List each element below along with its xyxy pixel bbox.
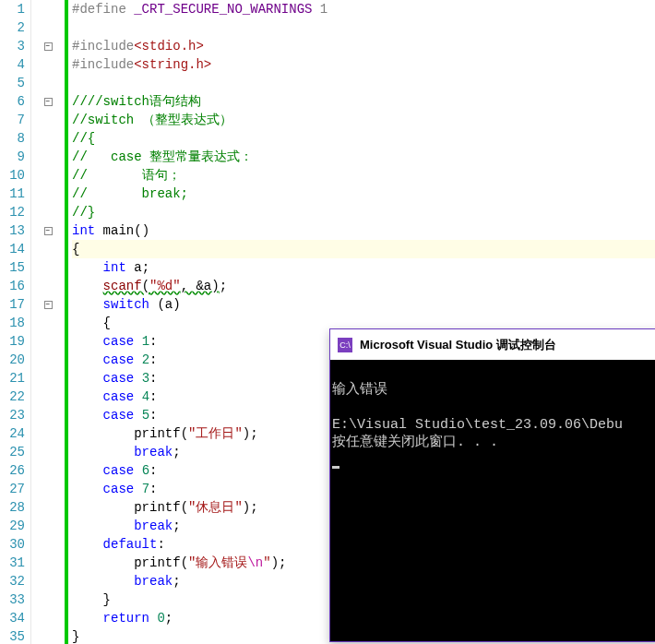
code-line[interactable]: {	[72, 240, 655, 258]
line-number: 27	[0, 480, 25, 498]
gutter-row	[31, 166, 65, 185]
gutter-row	[31, 111, 65, 129]
code-line[interactable]: // break;	[72, 185, 655, 203]
gutter-row: −	[31, 92, 65, 111]
code-line[interactable]: #include<string.h>	[72, 55, 655, 74]
gutter-row	[31, 351, 65, 369]
code-line[interactable]	[72, 18, 655, 37]
line-number: 17	[0, 295, 25, 314]
code-line[interactable]: // 语句；	[72, 166, 655, 185]
line-number: 12	[0, 203, 25, 221]
line-number: 8	[0, 129, 25, 148]
line-number: 13	[0, 221, 25, 240]
gutter-row	[31, 517, 65, 535]
gutter-row	[31, 554, 65, 572]
line-number: 20	[0, 351, 25, 369]
fold-toggle-icon[interactable]: −	[44, 42, 53, 51]
line-number: 31	[0, 554, 25, 572]
line-number: 2	[0, 18, 25, 37]
gutter-row	[31, 480, 65, 498]
gutter-row	[31, 185, 65, 203]
code-line[interactable]: int a;	[72, 258, 655, 277]
line-number: 26	[0, 461, 25, 480]
code-line[interactable]: //}	[72, 203, 655, 221]
line-number: 23	[0, 406, 25, 424]
code-line[interactable]: //switch （整型表达式）	[72, 111, 655, 129]
gutter-row	[31, 129, 65, 148]
line-number: 18	[0, 314, 25, 332]
line-number: 7	[0, 111, 25, 129]
line-number: 25	[0, 443, 25, 461]
gutter-row: −	[31, 221, 65, 240]
line-number: 3	[0, 37, 25, 55]
gutter-row	[31, 609, 65, 627]
code-line[interactable]: scanf("%d", &a);	[72, 277, 655, 295]
line-number: 6	[0, 92, 25, 111]
gutter-row	[31, 55, 65, 74]
gutter-row	[31, 369, 65, 388]
line-number: 21	[0, 369, 25, 388]
fold-gutter: −−−−	[31, 0, 65, 644]
code-line[interactable]: //{	[72, 129, 655, 148]
console-cursor	[332, 466, 339, 469]
gutter-row: −	[31, 37, 65, 55]
line-number: 15	[0, 258, 25, 277]
line-number: 11	[0, 185, 25, 203]
gutter-row	[31, 627, 65, 644]
line-number: 22	[0, 388, 25, 406]
line-number: 4	[0, 55, 25, 74]
gutter-row	[31, 443, 65, 461]
gutter-row	[31, 498, 65, 517]
line-number: 1	[0, 0, 25, 18]
gutter-row	[31, 572, 65, 590]
code-line[interactable]: ////switch语句结构	[72, 92, 655, 111]
line-number: 10	[0, 166, 25, 185]
line-number: 29	[0, 517, 25, 535]
code-line[interactable]	[72, 74, 655, 92]
line-number: 35	[0, 627, 25, 644]
line-number-gutter: 1234567891011121314151617181920212223242…	[0, 0, 31, 644]
gutter-row	[31, 203, 65, 221]
line-number: 33	[0, 590, 25, 609]
gutter-row	[31, 258, 65, 277]
gutter-row	[31, 332, 65, 351]
line-number: 16	[0, 277, 25, 295]
code-line[interactable]: // case 整型常量表达式：	[72, 148, 655, 166]
gutter-row	[31, 240, 65, 258]
code-line[interactable]: #include<stdio.h>	[72, 37, 655, 55]
code-line[interactable]: #define _CRT_SECURE_NO_WARNINGS 1	[72, 0, 655, 18]
console-app-icon: C:\	[338, 338, 352, 352]
gutter-row	[31, 590, 65, 609]
line-number: 30	[0, 535, 25, 554]
gutter-row	[31, 0, 65, 18]
line-number: 32	[0, 572, 25, 590]
gutter-row	[31, 18, 65, 37]
gutter-row	[31, 277, 65, 295]
line-number: 19	[0, 332, 25, 351]
gutter-row: −	[31, 295, 65, 314]
gutter-row	[31, 535, 65, 554]
code-line[interactable]: int main()	[72, 221, 655, 240]
gutter-row	[31, 461, 65, 480]
gutter-row	[31, 388, 65, 406]
code-line[interactable]: switch (a)	[72, 295, 655, 314]
console-titlebar[interactable]: C:\ Microsoft Visual Studio 调试控制台	[330, 328, 655, 360]
gutter-row	[31, 406, 65, 424]
gutter-row	[31, 148, 65, 166]
fold-toggle-icon[interactable]: −	[44, 98, 53, 106]
line-number: 28	[0, 498, 25, 517]
console-title: Microsoft Visual Studio 调试控制台	[360, 337, 556, 353]
gutter-row	[31, 314, 65, 332]
gutter-row	[31, 74, 65, 92]
console-output: 输入错误 E:\Visual Studio\test_23.09.06\Debu…	[330, 360, 655, 641]
line-number: 34	[0, 609, 25, 627]
debug-console-window[interactable]: C:\ Microsoft Visual Studio 调试控制台 输入错误 E…	[329, 328, 655, 642]
gutter-row	[31, 424, 65, 443]
line-number: 14	[0, 240, 25, 258]
line-number: 24	[0, 424, 25, 443]
fold-toggle-icon[interactable]: −	[44, 301, 53, 309]
line-number: 5	[0, 74, 25, 92]
fold-toggle-icon[interactable]: −	[44, 227, 53, 235]
line-number: 9	[0, 148, 25, 166]
